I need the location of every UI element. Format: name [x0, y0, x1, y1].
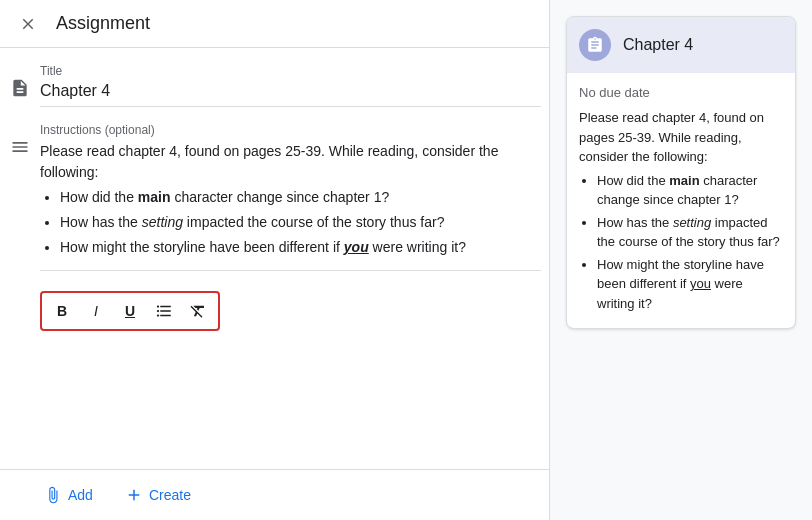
preview-underline: you	[690, 276, 711, 291]
italic-text: setting	[142, 214, 183, 230]
right-panel: Chapter 4 No due date Please read chapte…	[550, 0, 812, 520]
bold-button[interactable]: B	[46, 295, 78, 327]
instructions-field[interactable]: Instructions (optional) Please read chap…	[40, 123, 541, 271]
bold-text: main	[138, 189, 171, 205]
preview-instructions: Please read chapter 4, found on pages 25…	[579, 108, 783, 313]
actions-row: Add Create	[0, 469, 549, 520]
underline-button[interactable]: U	[114, 295, 146, 327]
preview-list-item: How has the setting impacted the course …	[597, 213, 783, 252]
document-icon	[8, 76, 32, 100]
header: Assignment	[0, 0, 549, 48]
preview-list-item: How did the main character change since …	[597, 171, 783, 210]
title-field[interactable]: Title Chapter 4	[40, 64, 541, 107]
title-label: Title	[40, 64, 541, 78]
page-title: Assignment	[56, 13, 150, 34]
instructions-intro: Please read chapter 4, found on pages 25…	[40, 143, 498, 180]
create-label: Create	[149, 487, 191, 503]
title-value: Chapter 4	[40, 80, 541, 102]
form-area: Title Chapter 4 Instructions (optional) …	[0, 48, 549, 465]
preview-list-item: How might the storyline have been differ…	[597, 255, 783, 314]
preview-card-body: No due date Please read chapter 4, found…	[567, 73, 795, 328]
list-button[interactable]	[148, 295, 180, 327]
instructions-list: How did the main character change since …	[40, 187, 541, 258]
instructions-row: Instructions (optional) Please read chap…	[8, 123, 541, 271]
menu-icon	[8, 135, 32, 159]
list-item: How might the storyline have been differ…	[60, 237, 541, 258]
add-label: Add	[68, 487, 93, 503]
list-item: How did the main character change since …	[60, 187, 541, 208]
preview-italic: setting	[673, 215, 711, 230]
preview-card: Chapter 4 No due date Please read chapte…	[566, 16, 796, 329]
italic-button[interactable]: I	[80, 295, 112, 327]
formatting-toolbar: B I U	[40, 291, 220, 331]
toolbar-row: B I U	[8, 287, 541, 335]
instructions-text: Please read chapter 4, found on pages 25…	[40, 141, 541, 258]
instructions-label: Instructions (optional)	[40, 123, 541, 137]
close-icon[interactable]	[16, 12, 40, 36]
clear-format-button[interactable]	[182, 295, 214, 327]
left-panel: Assignment Title Chapter 4 Instr	[0, 0, 550, 520]
preview-due-date: No due date	[579, 85, 783, 100]
create-button[interactable]: Create	[113, 478, 203, 512]
preview-card-header: Chapter 4	[567, 17, 795, 73]
preview-title: Chapter 4	[623, 36, 693, 54]
preview-instructions-intro: Please read chapter 4, found on pages 25…	[579, 110, 764, 164]
title-row: Title Chapter 4	[8, 64, 541, 107]
list-item: How has the setting impacted the course …	[60, 212, 541, 233]
preview-assignment-icon	[579, 29, 611, 61]
add-button[interactable]: Add	[32, 478, 105, 512]
preview-bold: main	[669, 173, 699, 188]
preview-list: How did the main character change since …	[579, 171, 783, 314]
underline-text: you	[344, 239, 369, 255]
